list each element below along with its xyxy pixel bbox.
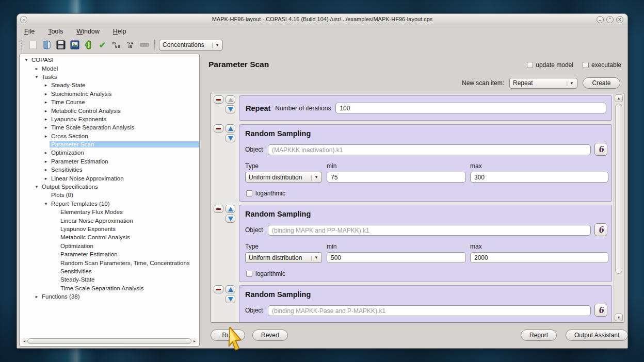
tree-item-tasks[interactable]: ▾Tasks [20, 73, 199, 81]
scrollbar-thumb[interactable] [615, 104, 622, 274]
tree-item-report-templates[interactable]: ▾Report Templates (10) [20, 200, 199, 208]
tree-expand-icon[interactable]: ▸ [42, 83, 50, 88]
tree-expand-icon[interactable]: ▾ [33, 74, 40, 79]
min-input[interactable] [327, 252, 466, 263]
remove-item-button[interactable] [214, 95, 223, 104]
scan-items-scrollbar[interactable]: ▲ ▼ [614, 94, 623, 322]
select-object-button[interactable]: 6 [594, 143, 607, 156]
executable-option[interactable]: executable [583, 61, 621, 69]
tree-expand-icon[interactable]: ▸ [33, 294, 40, 299]
sbml-button[interactable] [82, 39, 95, 51]
output-assistant-button[interactable]: Output Assistant [566, 330, 628, 341]
distribution-type-dropdown[interactable]: Uniform distribution |▼ [245, 172, 322, 183]
move-up-button[interactable] [226, 205, 235, 213]
tree-expand-icon[interactable]: ▸ [42, 159, 50, 164]
tree-item-report-steady-state[interactable]: Steady-State [20, 275, 199, 284]
logarithmic-checkbox[interactable] [246, 271, 252, 277]
tree-expand-icon[interactable]: ▾ [33, 184, 40, 189]
tree-expand-icon[interactable]: ▸ [42, 117, 50, 122]
move-down-button[interactable] [226, 134, 235, 142]
logarithmic-option[interactable]: logarithmic [246, 270, 285, 277]
tree-item-steady-state[interactable]: ▸Steady-State [20, 81, 199, 89]
tree-item-parameter-scan[interactable]: Parameter Scan [20, 140, 199, 149]
menu-help[interactable]: Help [112, 27, 127, 36]
tree-expand-icon[interactable]: ▸ [42, 167, 50, 172]
object-input[interactable] [268, 225, 591, 236]
object-input[interactable] [268, 144, 591, 155]
scroll-down-icon[interactable]: ▼ [615, 314, 623, 321]
remove-item-button[interactable] [214, 285, 223, 293]
toolbar-drag-handle[interactable] [20, 40, 22, 50]
close-button[interactable]: ✕ [616, 16, 623, 23]
select-object-button[interactable]: 6 [594, 304, 607, 317]
tree-expand-icon[interactable]: ▸ [42, 100, 50, 105]
tree-item-functions[interactable]: ▸Functions (38) [20, 292, 199, 301]
new-scan-item-dropdown[interactable]: Repeat | ▼ [509, 78, 577, 89]
export-image-button[interactable] [68, 39, 82, 51]
max-input[interactable] [470, 172, 608, 183]
select-object-button[interactable]: 6 [594, 223, 607, 236]
tree-expand-icon[interactable]: ▸ [42, 150, 50, 155]
tree-item-stoichiometric-analysis[interactable]: ▸Stoichiometric Analysis [20, 90, 199, 98]
open-file-button[interactable] [40, 39, 54, 51]
menu-tools[interactable]: Tools [47, 27, 64, 36]
move-down-button[interactable] [226, 295, 235, 303]
tree-item-linear-noise-approximation[interactable]: ▸Linear Noise Approximation [20, 174, 199, 182]
move-up-button[interactable] [226, 124, 235, 133]
convert-to-reversible-button[interactable]: S↴ IS [123, 39, 137, 51]
shade-button[interactable]: ⌄ [597, 16, 604, 23]
new-file-button[interactable] [26, 39, 40, 51]
tree-item-time-course[interactable]: ▸Time Course [20, 98, 199, 106]
tree-expand-icon[interactable]: ▸ [42, 91, 50, 96]
tree-item-metabolic-control-analysis[interactable]: ▸Metabolic Control Analysis [20, 106, 199, 114]
tree-expand-icon[interactable]: ▸ [42, 108, 50, 113]
remove-item-button[interactable] [214, 205, 223, 213]
tree-expand-icon[interactable]: ▸ [42, 134, 50, 139]
run-button[interactable]: Run [211, 330, 245, 341]
tree-item-sensitivities[interactable]: ▸Sensitivities [20, 166, 199, 174]
tree-item-plots[interactable]: Plots (0) [20, 191, 199, 199]
report-button[interactable]: Report [521, 330, 557, 341]
menu-file[interactable]: File [23, 27, 36, 36]
tree-item-report-parameter-estimation[interactable]: Parameter Estimation [20, 250, 199, 258]
iterations-input[interactable] [335, 103, 606, 113]
scroll-up-icon[interactable]: ▲ [615, 94, 623, 102]
move-up-button[interactable] [226, 95, 235, 104]
tree-item-output-specifications[interactable]: ▾Output Specifications [20, 183, 199, 191]
save-button[interactable] [54, 39, 68, 51]
scrollbar-thumb[interactable] [27, 338, 191, 344]
convert-to-irreversible-button[interactable]: IS ↳S [109, 39, 123, 51]
tree-item-report-lyapunov[interactable]: Lyapunov Exponents [20, 225, 199, 233]
tree-expand-icon[interactable]: ▸ [42, 176, 50, 181]
tree-item-model[interactable]: ▸Model [20, 64, 199, 72]
max-input[interactable] [470, 252, 608, 263]
logarithmic-option[interactable]: logarithmic [246, 190, 285, 197]
tree-item-parameter-estimation[interactable]: ▸Parameter Estimation [20, 157, 199, 166]
maximize-button[interactable]: ⌃ [606, 16, 614, 23]
scroll-left-icon[interactable]: ◂ [21, 339, 27, 343]
view-selector-dropdown[interactable]: Concentrations | ▼ [159, 40, 223, 51]
move-down-button[interactable] [226, 215, 235, 223]
object-input[interactable] [268, 305, 591, 316]
tree-item-report-lna[interactable]: Linear Noise Approximation [20, 216, 199, 224]
check-model-button[interactable]: ✔ [95, 39, 109, 51]
distribution-type-dropdown[interactable]: Uniform distribution |▼ [245, 252, 322, 263]
tree-item-report-optimization[interactable]: Optimization [20, 242, 199, 250]
executable-checkbox[interactable] [583, 62, 589, 68]
tree-item-optimization[interactable]: ▸Optimization [20, 149, 199, 157]
slider-button[interactable] [137, 39, 151, 51]
min-input[interactable] [327, 172, 466, 183]
create-button[interactable]: Create [583, 77, 620, 89]
tree-item-copasi[interactable]: ▾COPASI [20, 56, 199, 64]
tree-item-report-random-scan[interactable]: Random Scan Parameters, Time, Concentrat… [20, 258, 199, 267]
tree-expand-icon[interactable]: ▸ [33, 66, 40, 71]
scroll-right-icon[interactable]: ▸ [191, 339, 198, 343]
tree-item-cross-section[interactable]: ▸Cross Section [20, 132, 199, 140]
remove-item-button[interactable] [214, 124, 223, 133]
update-model-checkbox[interactable] [527, 62, 533, 68]
move-up-button[interactable] [226, 285, 235, 293]
tree-item-elementary-flux-modes[interactable]: Elementary Flux Modes [20, 208, 199, 216]
logarithmic-checkbox[interactable] [246, 190, 252, 196]
menu-window[interactable]: Window [75, 27, 100, 36]
tree-item-report-mca[interactable]: Metabolic Control Analysis [20, 233, 199, 241]
